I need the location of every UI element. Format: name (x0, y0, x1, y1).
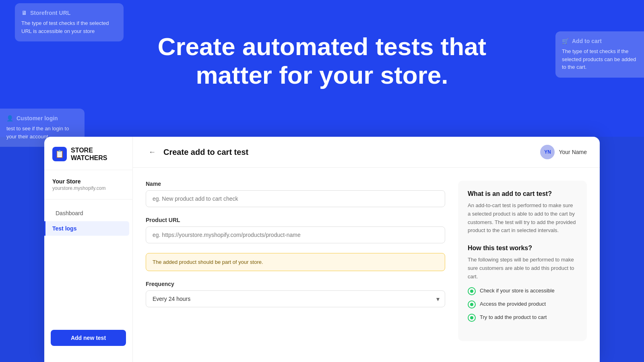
warning-box: The added product should be part of your… (146, 253, 445, 271)
product-url-group: Product URL (146, 217, 445, 243)
sidebar-item-label-testlogs: Test logs (52, 225, 76, 232)
headline-line1: Create automated tests that (158, 33, 487, 60)
addtocart-card-title: Add to cart (572, 38, 602, 44)
sidebar: 📋 STORE WATCHERS Your Store yourstore.my… (44, 137, 133, 362)
step-item-1: Check if your store is accessible (468, 287, 577, 295)
frequency-select-wrapper: Every 24 hours Every 12 hours Every 6 ho… (146, 290, 445, 307)
customerlogin-card-title: Customer login (17, 115, 58, 121)
main-content: ← Create add to cart test YN Your Name N… (133, 137, 600, 362)
frequency-select[interactable]: Every 24 hours Every 12 hours Every 6 ho… (146, 290, 445, 307)
step-label-1: Check if your store is accessible (480, 287, 555, 295)
how-text: The following steps will be performed to… (468, 256, 577, 281)
product-url-input[interactable] (146, 226, 445, 243)
warning-text: The added product should be part of your… (153, 259, 263, 265)
store-info: Your Store yourstore.myshopify.com (44, 178, 132, 200)
store-url: yourstore.myshopify.com (52, 185, 124, 191)
sidebar-item-dashboard[interactable]: Dashboard (47, 206, 129, 220)
storefront-card-desc: The type of test checks if the selected … (21, 19, 117, 35)
logo-text: STORE WATCHERS (71, 146, 107, 162)
addtocart-card-icon: 🛒 Add to cart (562, 38, 638, 44)
step-label-3: Try to add the product to cart (480, 313, 547, 321)
frequency-group: Frequency Every 24 hours Every 12 hours … (146, 281, 445, 307)
store-name: Your Store (52, 178, 124, 185)
avatar: YN (540, 145, 555, 159)
float-card-storefront: 🖥 Storefront URL The type of test checks… (15, 3, 124, 41)
logo-icon: 📋 (52, 147, 67, 161)
user-name: Your Name (559, 149, 587, 155)
sidebar-item-testlogs[interactable]: Test logs (44, 221, 129, 236)
step-check-icon-2 (468, 300, 476, 309)
name-group: Name (146, 181, 445, 207)
step-item-2: Access the provided product (468, 300, 577, 309)
name-label: Name (146, 181, 445, 187)
what-is-section: What is an add to cart test? An add-to-c… (468, 190, 577, 235)
customerlogin-card-icon: 👤 Customer login (6, 115, 78, 121)
add-test-button[interactable]: Add new test (51, 330, 126, 346)
what-is-text: An add-to-cart test is performed to make… (468, 202, 577, 235)
product-url-label: Product URL (146, 217, 445, 223)
top-bar: ← Create add to cart test YN Your Name (133, 137, 600, 168)
storefront-card-title: Storefront URL (30, 10, 70, 16)
step-item-3: Try to add the product to cart (468, 313, 577, 322)
app-panel: 📋 STORE WATCHERS Your Store yourstore.my… (44, 137, 600, 362)
headline-line2: matter for your store. (196, 61, 448, 89)
hero-headline: Create automated tests that matter for y… (141, 32, 503, 90)
what-is-title: What is an add to cart test? (468, 190, 577, 197)
form-left: Name Product URL The added product shoul… (146, 181, 458, 341)
sidebar-bottom: Add new test (44, 323, 132, 352)
storefront-card-icon: 🖥 Storefront URL (21, 10, 117, 16)
how-it-works-section: How this test works? The following steps… (468, 245, 577, 321)
how-title: How this test works? (468, 245, 577, 252)
name-input[interactable] (146, 190, 445, 207)
logo-store-text: STORE (71, 146, 107, 154)
form-area: Name Product URL The added product shoul… (133, 168, 600, 354)
step-check-icon-1 (468, 287, 476, 295)
addtocart-card-desc: The type of test checks if the selected … (562, 47, 638, 71)
step-label-2: Access the provided product (480, 300, 546, 308)
user-area: YN Your Name (540, 145, 587, 159)
logo-area: 📋 STORE WATCHERS (44, 146, 132, 170)
frequency-label: Frequency (146, 281, 445, 287)
logo-watchers-text: WATCHERS (71, 154, 107, 162)
sidebar-item-label-dashboard: Dashboard (56, 210, 83, 216)
float-card-addtocart: 🛒 Add to cart The type of test checks if… (555, 31, 644, 78)
step-check-icon-3 (468, 314, 476, 322)
info-panel: What is an add to cart test? An add-to-c… (458, 181, 587, 341)
back-button[interactable]: ← (146, 146, 159, 158)
page-title: Create add to cart test (163, 148, 535, 157)
